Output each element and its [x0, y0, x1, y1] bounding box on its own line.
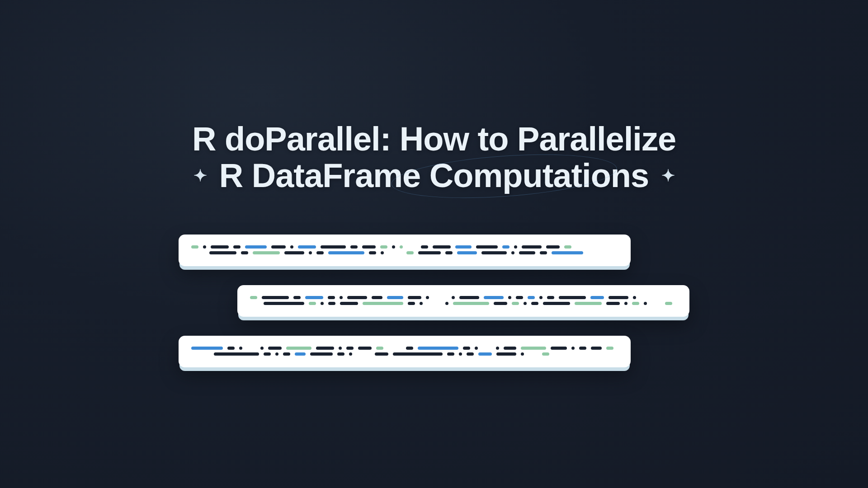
title-line-2: R DataFrame Computations: [219, 157, 649, 194]
title-line-2-row: ✦ R DataFrame Computations ✦: [192, 157, 676, 194]
code-cards-group: [179, 235, 689, 367]
code-line: [191, 245, 618, 249]
code-line: [191, 347, 618, 350]
title-line-1: R doParallel: How to Parallelize: [192, 121, 676, 157]
code-line: [250, 302, 677, 305]
sparkle-icon: ✦: [193, 167, 207, 185]
code-card: [237, 285, 689, 317]
sparkle-icon: ✦: [661, 167, 675, 185]
code-line: [250, 296, 677, 299]
code-card: [179, 235, 631, 266]
code-line: [191, 251, 618, 254]
code-card: [179, 336, 631, 367]
code-line: [191, 352, 618, 356]
hero-title-block: R doParallel: How to Parallelize ✦ R Dat…: [192, 121, 676, 194]
